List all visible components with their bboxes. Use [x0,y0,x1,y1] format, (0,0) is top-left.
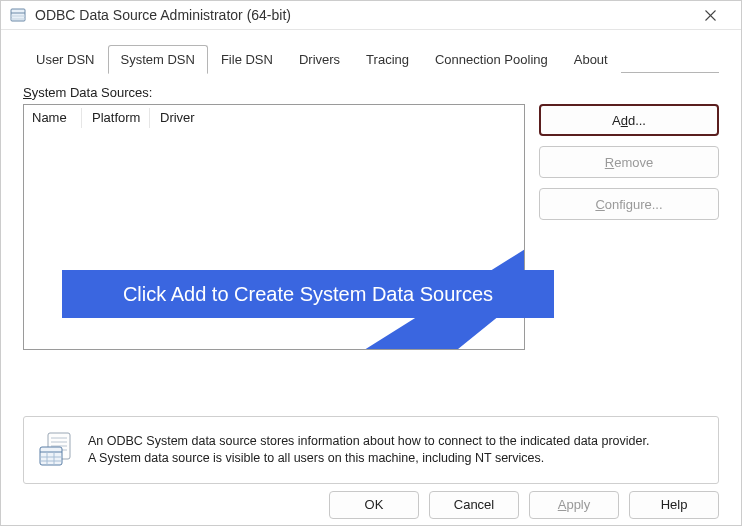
tab-tracing[interactable]: Tracing [353,45,422,73]
tab-connection-pooling[interactable]: Connection Pooling [422,45,561,73]
close-button[interactable] [687,1,733,29]
column-header-driver[interactable]: Driver [160,108,514,128]
column-header-platform[interactable]: Platform [92,108,150,128]
info-datasource-icon [38,431,74,469]
remove-button[interactable]: Remove [539,146,719,178]
tab-system-dsn[interactable]: System DSN [108,45,208,74]
help-button[interactable]: Help [629,491,719,519]
svg-rect-12 [40,447,62,465]
tab-user-dsn[interactable]: User DSN [23,45,108,73]
window-title: ODBC Data Source Administrator (64-bit) [35,7,687,23]
svg-marker-6 [86,216,525,350]
dialog-button-row: OK Cancel Apply Help [1,484,741,525]
column-header-name[interactable]: Name [32,108,82,128]
ok-button[interactable]: OK [329,491,419,519]
configure-button[interactable]: Configure... [539,188,719,220]
app-icon [9,6,27,24]
info-box: An ODBC System data source stores inform… [23,416,719,484]
client-area: User DSN System DSN File DSN Drivers Tra… [1,30,741,484]
odbc-admin-window: ODBC Data Source Administrator (64-bit) … [0,0,742,526]
system-data-sources-label: System Data Sources: [23,85,719,100]
apply-button[interactable]: Apply [529,491,619,519]
data-sources-listview[interactable]: Name Platform Driver [23,104,525,350]
side-button-column: Add... Remove Configure... [539,104,719,350]
listview-header: Name Platform Driver [24,105,524,131]
info-text: An ODBC System data source stores inform… [88,433,649,467]
cancel-button[interactable]: Cancel [429,491,519,519]
add-button[interactable]: Add... [539,104,719,136]
tabstrip: User DSN System DSN File DSN Drivers Tra… [23,44,719,73]
tab-panel-system-dsn: System Data Sources: Name Platform Drive… [23,72,719,484]
titlebar: ODBC Data Source Administrator (64-bit) [1,1,741,30]
tab-drivers[interactable]: Drivers [286,45,353,73]
tab-about[interactable]: About [561,45,621,73]
tab-file-dsn[interactable]: File DSN [208,45,286,73]
main-row: Name Platform Driver Add... Remove [23,104,719,350]
callout-arrow-icon [86,216,525,350]
